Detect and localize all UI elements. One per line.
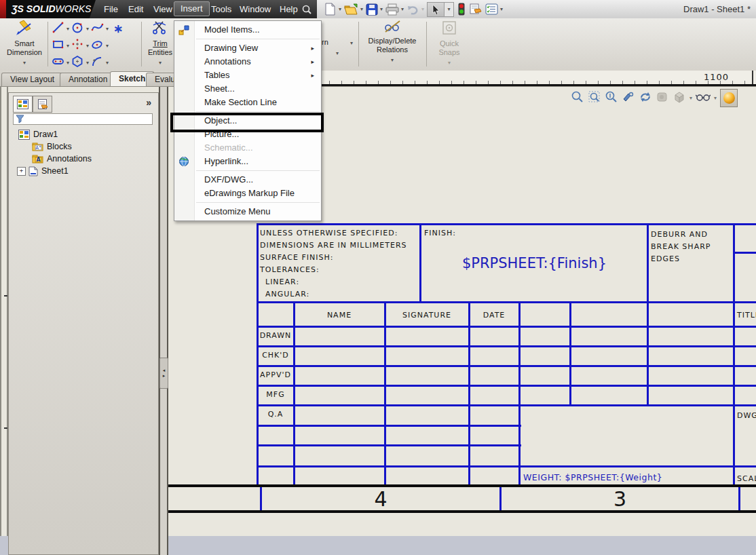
dropdown-arrow-icon[interactable]: ▾ <box>339 6 341 12</box>
display-delete-relations-button[interactable]: Display/Delete Relations ▾ <box>362 20 422 64</box>
tree-filter-input[interactable] <box>13 113 153 125</box>
dropdown-arrow-icon[interactable]: ▾ <box>401 6 404 12</box>
dropdown-arrow-icon[interactable]: ▾ <box>67 60 69 66</box>
deburr-note-line: DEBURR AND <box>651 230 708 239</box>
button-label: Snaps <box>438 48 459 56</box>
menu-item-hyperlink[interactable]: Hyperlink... <box>174 155 321 168</box>
select-tool-button[interactable] <box>427 2 445 17</box>
zoom-in-out-icon[interactable] <box>605 90 618 107</box>
menu-item-make-section-line[interactable]: Make Section Line <box>174 96 321 109</box>
menu-item-tables[interactable]: Tables ▸ <box>174 69 321 82</box>
deburr-note-line: BREAK SHARP <box>651 242 711 251</box>
tolerance-note-line: TOLERANCES: <box>260 265 320 274</box>
title-block-line <box>647 223 649 406</box>
scale-label: SCALE: <box>737 474 756 483</box>
dropdown-arrow-icon[interactable]: ▾ <box>67 26 69 32</box>
title-block-line <box>257 301 756 303</box>
menu-edit[interactable]: Edit <box>122 2 149 16</box>
dropdown-arrow-icon[interactable]: ▾ <box>67 43 69 49</box>
button-label: Entities <box>148 48 172 56</box>
zone-tick <box>4 427 7 429</box>
view-orientation-dropdown[interactable]: ▾ <box>689 95 692 101</box>
menu-item-drawing-view[interactable]: Drawing View ▸ <box>174 41 321 55</box>
dropdown-arrow-icon[interactable]: ▾ <box>380 6 383 12</box>
arc-tool-icon[interactable] <box>91 55 104 71</box>
menu-item-label: Drawing View <box>204 43 258 53</box>
propertymanager-tab[interactable] <box>33 96 52 113</box>
smart-dimension-button[interactable]: Smart Dimension ▾ <box>4 20 45 67</box>
sketch-pattern-tool-icon[interactable] <box>71 38 84 54</box>
polygon-tool-icon[interactable] <box>71 55 84 71</box>
tab-annotation[interactable]: Annotation <box>60 73 116 86</box>
dropdown-arrow-icon[interactable]: ▾ <box>4 58 45 67</box>
featuremanager-tab[interactable] <box>13 96 33 113</box>
save-icon[interactable] <box>366 3 378 16</box>
dropdown-arrow-icon[interactable]: ▾ <box>86 43 89 49</box>
line-tool-icon[interactable] <box>52 21 64 37</box>
dropdown-arrow-icon[interactable]: ▾ <box>322 49 353 58</box>
ellipse-tool-icon[interactable] <box>91 38 104 54</box>
dropdown-arrow-icon[interactable]: ▾ <box>106 43 109 49</box>
expand-plus-icon[interactable]: + <box>17 167 26 176</box>
new-document-icon[interactable] <box>324 3 337 16</box>
print-icon[interactable] <box>385 3 399 16</box>
title-block-line <box>257 345 756 347</box>
options-icon[interactable] <box>485 3 498 16</box>
open-file-icon[interactable] <box>344 3 358 16</box>
menu-item-sheet[interactable]: Sheet... <box>174 82 321 96</box>
select-tool-dropdown[interactable]: ▾ <box>445 2 454 17</box>
zoom-to-area-icon[interactable] <box>588 90 601 107</box>
dropdown-arrow-icon[interactable]: ▾ <box>106 60 109 66</box>
circle-tool-icon[interactable] <box>71 21 84 37</box>
tree-item-blocks[interactable]: A° Blocks <box>9 140 181 153</box>
tree-item-draw1[interactable]: Draw1 <box>9 128 168 140</box>
menu-item-annotations[interactable]: Annotations ▸ <box>174 55 321 69</box>
menu-window[interactable]: Window <box>233 2 277 16</box>
tree-item-annotations[interactable]: A Annotations <box>9 153 181 165</box>
previous-view-icon[interactable] <box>622 90 635 107</box>
dropdown-arrow-icon[interactable]: ▾ <box>86 26 89 32</box>
menu-item-customize-menu[interactable]: Customize Menu <box>174 205 321 218</box>
title-block-line <box>257 465 756 467</box>
display-style-icon[interactable] <box>696 92 711 105</box>
tree-item-sheet1[interactable]: + Sheet1 <box>9 165 166 177</box>
file-properties-icon[interactable] <box>469 3 482 16</box>
button-label: Relations <box>377 45 408 54</box>
tab-view-layout[interactable]: View Layout <box>1 73 63 86</box>
trim-entities-button[interactable]: Trim Entities ▾ <box>144 20 176 67</box>
zoom-to-fit-icon[interactable] <box>571 90 584 107</box>
dropdown-arrow-icon[interactable]: ▾ <box>86 60 89 66</box>
slot-tool-icon[interactable] <box>52 55 64 71</box>
rectangle-tool-icon[interactable] <box>52 38 64 54</box>
pattern-button-partial[interactable]: rn ▾ ▾ <box>322 20 353 58</box>
dropdown-arrow-icon[interactable]: ▾ <box>106 26 109 32</box>
display-style-dropdown[interactable]: ▾ <box>714 95 717 101</box>
dropdown-arrow-icon[interactable]: ▾ <box>362 56 422 64</box>
search-icon[interactable] <box>301 4 312 18</box>
panel-splitter-handle[interactable]: ◂ ▸ <box>159 358 168 389</box>
panel-chevron-icon[interactable]: » <box>146 97 151 108</box>
dropdown-arrow-icon[interactable]: ▾ <box>500 6 503 12</box>
dropdown-arrow-icon[interactable]: ▾ <box>350 39 353 47</box>
quick-snaps-icon <box>441 20 457 36</box>
menu-item-edrawings-markup[interactable]: eDrawings Markup File <box>174 187 321 200</box>
redraw-icon[interactable] <box>639 90 652 107</box>
svg-text:A°: A° <box>35 145 41 151</box>
point-tool-icon[interactable]: ∗ <box>113 22 123 36</box>
ruler-value: 1100 <box>704 72 729 82</box>
row-label-drawn: DRAWN <box>257 331 295 340</box>
menu-file[interactable]: File <box>98 2 124 16</box>
menu-item-model-items[interactable]: Model Items... <box>174 23 321 37</box>
rebuild-traffic-icon[interactable] <box>458 3 465 16</box>
dropdown-arrow-icon[interactable]: ▾ <box>360 6 363 12</box>
dropdown-arrow-icon[interactable]: ▾ <box>144 58 176 67</box>
menu-item-dxf-dwg[interactable]: DXF/DWG... <box>174 173 321 187</box>
button-label: Smart <box>14 39 34 47</box>
menu-help[interactable]: Help <box>273 2 304 16</box>
toolbar-separator <box>358 22 359 66</box>
spline-tool-icon[interactable] <box>91 21 104 37</box>
menu-insert[interactable]: Insert <box>174 1 210 16</box>
panel-splitter[interactable]: ◂ ▸ <box>159 86 168 555</box>
title-block-line <box>733 223 735 484</box>
edit-appearance-button[interactable] <box>720 89 738 107</box>
